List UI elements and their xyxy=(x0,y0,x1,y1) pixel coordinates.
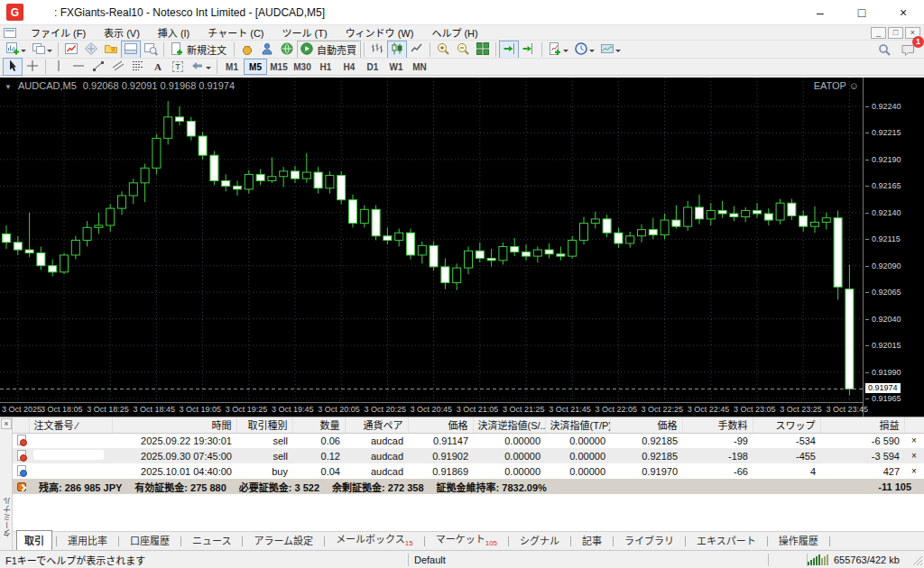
tab-6[interactable]: マーケット105 xyxy=(429,529,504,550)
tab-11[interactable]: 操作履歴 xyxy=(772,531,826,550)
menu-item[interactable]: 挿入 (I) xyxy=(149,24,199,41)
horizontal-line-button[interactable] xyxy=(69,58,88,76)
menu-item[interactable]: ヘルプ (H) xyxy=(422,24,486,41)
column-header[interactable]: 取引種別 xyxy=(236,417,292,433)
price-chart[interactable]: ▼ AUDCAD,M5 0.92068 0.92091 0.91968 0.91… xyxy=(0,78,924,417)
trendline-button[interactable] xyxy=(88,58,108,76)
text-button[interactable]: A xyxy=(148,58,168,76)
new-chart-button[interactable] xyxy=(3,41,29,59)
timeframe-w1[interactable]: W1 xyxy=(384,59,408,75)
column-header[interactable] xyxy=(13,417,29,433)
terminal-button[interactable] xyxy=(121,41,141,59)
column-header[interactable]: 通貨ペア xyxy=(345,417,408,433)
tab-5[interactable]: メールボックス15 xyxy=(328,529,420,550)
arrows-button[interactable] xyxy=(188,58,214,76)
chart-shift-button[interactable] xyxy=(519,41,539,59)
child-minimize-button[interactable]: _ xyxy=(871,27,886,39)
minimize-button[interactable]: – xyxy=(799,0,841,24)
status-profile[interactable]: Default xyxy=(409,554,768,565)
menu-item[interactable]: チャート (C) xyxy=(199,24,273,41)
navigator-button[interactable] xyxy=(101,41,121,59)
menu-item[interactable]: ツール (T) xyxy=(273,24,337,41)
order-row[interactable]: 2025.09.30 07:45:00sell0.12audcad0.91902… xyxy=(13,448,924,463)
timeframe-h1[interactable]: H1 xyxy=(314,59,337,75)
periods-button[interactable] xyxy=(571,41,597,59)
column-header[interactable]: 価格 xyxy=(408,417,473,433)
market-watch-button[interactable] xyxy=(61,41,81,59)
data-window-button[interactable] xyxy=(81,41,101,59)
child-restore-button[interactable]: □ xyxy=(888,27,903,39)
close-button[interactable]: × xyxy=(882,0,924,24)
resize-grip[interactable] xyxy=(910,554,923,566)
zoom-in-button[interactable] xyxy=(433,41,453,59)
column-header[interactable]: 時間 xyxy=(112,417,236,433)
column-header[interactable] xyxy=(904,417,924,433)
bar-chart-button[interactable] xyxy=(367,41,387,59)
candlestick-button[interactable] xyxy=(387,41,407,59)
profiles-button[interactable] xyxy=(29,41,55,59)
candles-plot[interactable] xyxy=(0,78,863,402)
tab-2[interactable]: 口座履歴 xyxy=(123,531,177,550)
column-header[interactable]: 決済指値(T/P) xyxy=(545,417,610,433)
tab-7[interactable]: シグナル xyxy=(513,531,567,550)
close-position-button[interactable]: × xyxy=(904,448,924,463)
child-window-icon[interactable] xyxy=(4,28,16,38)
tab-3[interactable]: ニュース xyxy=(185,531,238,550)
new-order-button[interactable]: 新規注文 xyxy=(167,41,231,59)
timeframe-m15[interactable]: M15 xyxy=(267,59,291,75)
tab-9[interactable]: ライブラリ xyxy=(617,531,681,550)
templates-button[interactable] xyxy=(597,41,624,59)
timeframe-h4[interactable]: H4 xyxy=(337,59,361,75)
close-position-button[interactable]: × xyxy=(904,463,924,479)
tab-trade[interactable]: 取引 xyxy=(16,530,52,550)
menu-item[interactable]: ウィンドウ (W) xyxy=(337,24,423,41)
community-button[interactable] xyxy=(257,41,277,59)
tab-4[interactable]: アラーム設定 xyxy=(246,531,320,550)
trendline-icon xyxy=(91,59,106,75)
order-row[interactable]: 2025.09.22 19:30:01sell0.06audcad0.91147… xyxy=(13,433,924,448)
tile-windows-button[interactable] xyxy=(473,41,493,59)
equidistant-channel-button[interactable] xyxy=(108,58,128,76)
maximize-button[interactable]: □ xyxy=(841,0,882,24)
chat-button[interactable]: 1 xyxy=(898,41,919,59)
close-position-button[interactable]: × xyxy=(904,433,924,448)
timeframe-mn[interactable]: MN xyxy=(408,59,431,75)
auto-scroll-button[interactable] xyxy=(499,41,519,59)
signals-button[interactable] xyxy=(277,41,297,59)
crosshair-button[interactable] xyxy=(23,58,42,76)
zoom-out-button[interactable] xyxy=(453,41,473,59)
text-label-button[interactable]: T xyxy=(168,58,188,76)
metaeditor-button[interactable] xyxy=(237,41,257,59)
timeframe-m1[interactable]: M1 xyxy=(220,59,244,75)
line-chart-button[interactable] xyxy=(407,41,427,59)
vertical-line-button[interactable] xyxy=(49,58,69,76)
menu-item[interactable]: ファイル (F) xyxy=(22,24,95,41)
timeframe-d1[interactable]: D1 xyxy=(361,59,384,75)
tab-1[interactable]: 運用比率 xyxy=(60,531,115,550)
time-axis[interactable]: 3 Oct 20253 Oct 18:053 Oct 18:253 Oct 18… xyxy=(0,402,863,417)
strategy-tester-button[interactable] xyxy=(141,41,161,59)
column-header[interactable]: 数量 xyxy=(292,417,345,433)
column-header[interactable]: 注文番号 ∕ xyxy=(29,417,112,433)
timeframe-m30[interactable]: M30 xyxy=(291,59,314,75)
chart-menu-arrow[interactable]: ▼ xyxy=(5,83,12,91)
auto-trading-button[interactable]: 自動売買 xyxy=(297,41,361,59)
order-row[interactable]: 2025.10.01 04:40:00buy0.04audcad0.918690… xyxy=(13,463,924,479)
tab-10[interactable]: エキスパート xyxy=(689,531,763,550)
tab-8[interactable]: 記事 xyxy=(575,531,609,550)
timeframe-m5[interactable]: M5 xyxy=(244,59,267,75)
price-axis[interactable]: 0.922400.922150.921900.921650.921400.921… xyxy=(863,78,924,417)
column-header[interactable]: 決済逆指値(S/... xyxy=(473,417,545,433)
search-icon[interactable] xyxy=(874,41,894,59)
terminal-close-button[interactable]: × xyxy=(1,418,12,429)
indicators-button[interactable] xyxy=(545,41,571,59)
cursor-button[interactable] xyxy=(3,58,23,76)
menu-item[interactable]: 表示 (V) xyxy=(95,24,149,41)
fibonacci-button[interactable] xyxy=(128,58,148,76)
connection-status[interactable]: 655763/422 kb xyxy=(808,554,900,565)
column-header[interactable]: スワップ xyxy=(753,417,820,433)
column-header[interactable]: 損益 xyxy=(820,417,904,433)
column-header[interactable]: 手数料 xyxy=(682,417,753,433)
column-header[interactable]: 価格 xyxy=(610,417,682,433)
ea-label[interactable]: EATOP ☺ xyxy=(814,80,859,91)
